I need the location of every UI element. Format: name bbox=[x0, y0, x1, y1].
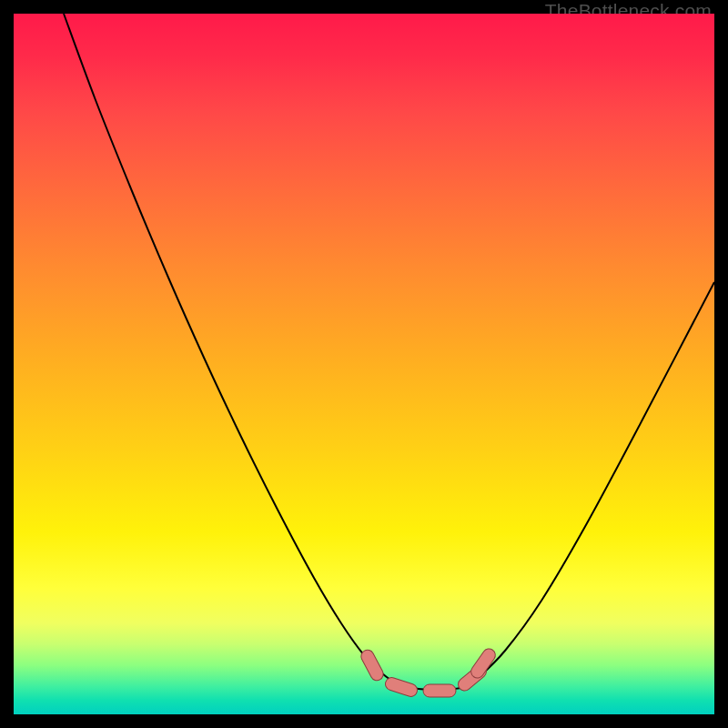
bottleneck-curve-svg bbox=[14, 14, 714, 714]
bottleneck-curve-path bbox=[64, 14, 714, 690]
cap-marker bbox=[423, 684, 456, 697]
cap-marker bbox=[384, 676, 420, 698]
curve-end-caps bbox=[359, 646, 498, 698]
cap-marker bbox=[359, 648, 385, 682]
chart-frame: TheBottleneck.com bbox=[0, 0, 728, 728]
plot-area bbox=[14, 14, 714, 714]
